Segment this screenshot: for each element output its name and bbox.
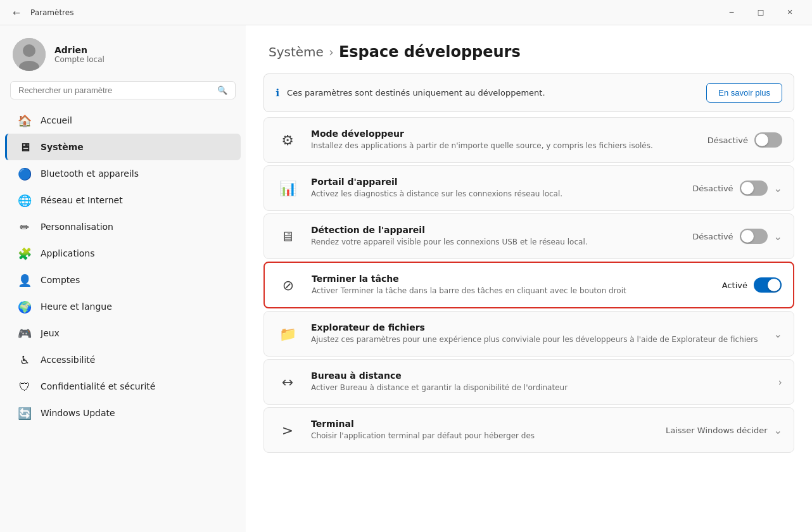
titlebar: ← Paramètres ─ □ ✕: [0, 0, 812, 25]
nav-icon-confidentialite: 🛡: [18, 379, 32, 393]
info-left: ℹ️ Ces paramètres sont destinés uniqueme…: [276, 87, 545, 99]
setting-desc-portail_appareil: Activez les diagnostics à distance sur l…: [311, 189, 681, 200]
setting-title-explorateur: Explorateur de fichiers: [311, 322, 763, 332]
setting-icon-terminer_tache: ⊘: [276, 273, 300, 297]
setting-right-explorateur: ⌄: [774, 328, 782, 340]
nav-label-personnalisation: Personnalisation: [41, 222, 113, 232]
setting-status-terminal: Laisser Windows décider: [666, 426, 768, 435]
page-header: Système › Espace développeurs: [246, 25, 812, 73]
setting-icon-terminal: >: [276, 418, 300, 442]
info-text: Ces paramètres sont destinés uniquement …: [287, 88, 545, 98]
nav-label-reseau: Réseau et Internet: [41, 195, 123, 205]
chevron-portail_appareil[interactable]: ⌄: [774, 182, 782, 194]
nav-icon-reseau: 🌐: [18, 193, 32, 207]
main-content: Système › Espace développeurs ℹ️ Ces par…: [246, 25, 812, 532]
breadcrumb-parent: Système: [269, 44, 324, 60]
breadcrumb-separator: ›: [329, 44, 334, 60]
back-button[interactable]: ←: [8, 4, 25, 22]
nav-icon-personnalisation: ✏️: [18, 220, 32, 234]
sidebar: Adrien Compte local 🔍 🏠 Accueil 🖥 Systèm…: [0, 25, 246, 532]
nav-icon-heure: 🌍: [18, 300, 32, 314]
nav-icon-accueil: 🏠: [18, 113, 32, 127]
setting-desc-detection_appareil: Rendez votre appareil visible pour les c…: [311, 237, 681, 248]
sidebar-item-reseau[interactable]: 🌐 Réseau et Internet: [5, 187, 241, 213]
toggle-portail_appareil[interactable]: [740, 180, 768, 196]
terminal-arrow[interactable]: ⌄: [774, 424, 782, 436]
sidebar-item-heure[interactable]: 🌍 Heure et langue: [5, 293, 241, 320]
setting-icon-explorateur: 📁: [276, 322, 300, 346]
sidebar-item-accessibilite[interactable]: ♿ Accessibilité: [5, 346, 241, 373]
setting-right-bureau_distance: ›: [778, 376, 782, 388]
user-name: Adrien: [54, 45, 105, 55]
sidebar-item-applications[interactable]: 🧩 Applications: [5, 240, 241, 267]
nav-label-jeux: Jeux: [41, 328, 60, 338]
sidebar-item-bluetooth[interactable]: 🔵 Bluetooth et appareils: [5, 160, 241, 187]
setting-info-bureau_distance: Bureau à distance Activer Bureau à dista…: [311, 370, 767, 393]
setting-desc-explorateur: Ajustez ces paramètres pour une expérien…: [311, 334, 763, 345]
setting-info-explorateur: Explorateur de fichiers Ajustez ces para…: [311, 322, 763, 345]
setting-info-portail_appareil: Portail d'appareil Activez les diagnosti…: [311, 177, 681, 200]
sidebar-item-confidentialite[interactable]: 🛡 Confidentialité et sécurité: [5, 373, 241, 400]
user-info: Adrien Compte local: [54, 45, 105, 64]
app-body: Adrien Compte local 🔍 🏠 Accueil 🖥 Systèm…: [0, 25, 812, 532]
setting-info-terminal: Terminal Choisir l'application terminal …: [311, 419, 654, 441]
setting-right-terminer_tache: Activé: [722, 277, 782, 293]
nav-label-comptes: Comptes: [41, 275, 80, 285]
setting-item-mode_dev: ⚙️ Mode développeur Installez des applic…: [263, 117, 794, 163]
setting-item-bureau_distance: ↔ Bureau à distance Activer Bureau à dis…: [263, 359, 794, 405]
svg-point-1: [23, 44, 35, 57]
nav-icon-systeme: 🖥: [18, 140, 32, 154]
nav-icon-bluetooth: 🔵: [18, 167, 32, 180]
setting-info-mode_dev: Mode développeur Installez des applicati…: [311, 129, 696, 151]
setting-desc-bureau_distance: Activer Bureau à distance et garantir la…: [311, 383, 767, 393]
learn-more-button[interactable]: En savoir plus: [706, 83, 782, 103]
setting-desc-mode_dev: Installez des applications à partir de n…: [311, 141, 696, 151]
sidebar-item-windows_update[interactable]: 🔄 Windows Update: [5, 400, 241, 426]
setting-right-terminal: Laisser Windows décider ⌄: [666, 424, 782, 436]
nav-icon-applications: 🧩: [18, 246, 32, 260]
search-icon: 🔍: [217, 86, 227, 95]
setting-item-terminer_tache: ⊘ Terminer la tâche Activer Terminer la …: [263, 262, 794, 308]
setting-title-mode_dev: Mode développeur: [311, 129, 696, 139]
explorateur-chevron[interactable]: ⌄: [774, 328, 782, 340]
nav-label-accueil: Accueil: [41, 115, 72, 125]
sidebar-item-accueil[interactable]: 🏠 Accueil: [5, 107, 241, 134]
nav-label-windows_update: Windows Update: [41, 408, 115, 418]
setting-right-portail_appareil: Désactivé ⌄: [692, 180, 782, 196]
setting-icon-detection_appareil: 🖥: [276, 224, 300, 248]
bureau-arrow[interactable]: ›: [778, 376, 782, 388]
setting-desc-terminal: Choisir l'application terminal par défau…: [311, 431, 654, 441]
setting-desc-terminer_tache: Activer Terminer la tâche dans la barre …: [312, 286, 711, 296]
restore-button[interactable]: □: [746, 0, 775, 25]
nav-list: 🏠 Accueil 🖥 Système 🔵 Bluetooth et appar…: [0, 107, 246, 426]
toggle-detection_appareil[interactable]: [740, 229, 768, 244]
sidebar-item-personnalisation[interactable]: ✏️ Personnalisation: [5, 213, 241, 240]
sidebar-item-comptes[interactable]: 👤 Comptes: [5, 267, 241, 293]
setting-item-terminal: > Terminal Choisir l'application termina…: [263, 407, 794, 453]
page-title: Espace développeurs: [339, 43, 521, 61]
chevron-detection_appareil[interactable]: ⌄: [774, 231, 782, 243]
nav-label-accessibilite: Accessibilité: [41, 355, 95, 365]
setting-right-detection_appareil: Désactivé ⌄: [692, 229, 782, 244]
setting-icon-mode_dev: ⚙️: [276, 128, 300, 152]
nav-label-bluetooth: Bluetooth et appareils: [41, 168, 139, 179]
setting-icon-portail_appareil: 📊: [276, 176, 300, 200]
setting-icon-bureau_distance: ↔: [276, 370, 300, 394]
setting-status-terminer_tache: Activé: [722, 281, 747, 290]
sidebar-item-systeme[interactable]: 🖥 Système: [5, 134, 241, 160]
close-button[interactable]: ✕: [775, 0, 804, 25]
avatar: [13, 38, 46, 71]
sidebar-item-jeux[interactable]: 🎮 Jeux: [5, 320, 241, 346]
nav-label-systeme: Système: [41, 142, 84, 152]
minimize-button[interactable]: ─: [717, 0, 746, 25]
nav-icon-jeux: 🎮: [18, 326, 32, 340]
setting-item-portail_appareil: 📊 Portail d'appareil Activez les diagnos…: [263, 165, 794, 211]
toggle-mode_dev[interactable]: [754, 132, 782, 148]
search-input[interactable]: [18, 86, 212, 95]
window-controls: ─ □ ✕: [717, 0, 804, 25]
toggle-terminer_tache[interactable]: [754, 277, 782, 293]
settings-list: ⚙️ Mode développeur Installez des applic…: [246, 117, 812, 473]
setting-item-explorateur: 📁 Explorateur de fichiers Ajustez ces pa…: [263, 311, 794, 357]
setting-title-terminal: Terminal: [311, 419, 654, 429]
setting-right-mode_dev: Désactivé: [707, 132, 782, 148]
